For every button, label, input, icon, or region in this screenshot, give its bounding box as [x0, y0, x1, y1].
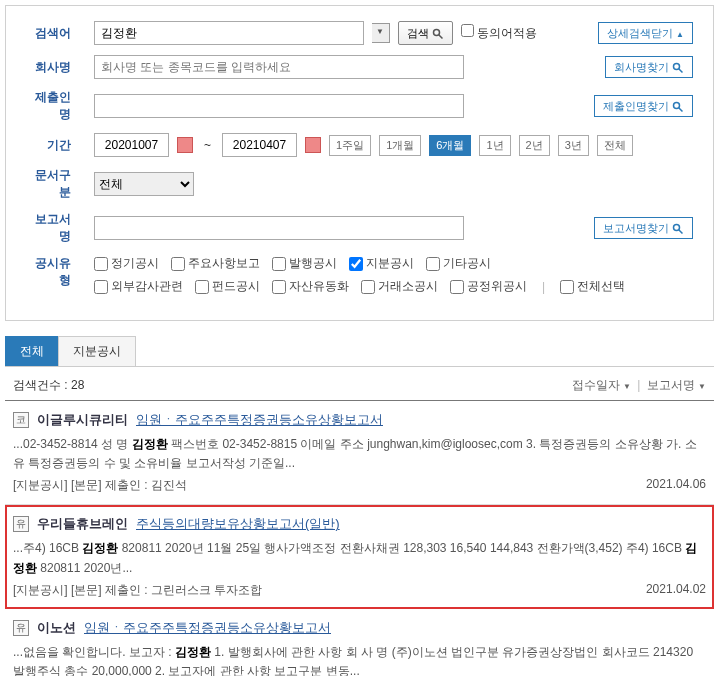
snippet: ...02-3452-8814 성 명 김정환 팩스번호 02-3452-881… [13, 435, 706, 473]
svg-point-0 [434, 29, 440, 35]
chevron-up-icon: ▲ [676, 30, 684, 39]
document-title-link[interactable]: 임원ㆍ주요주주특정증권등소유상황보고서 [136, 411, 383, 429]
search-icon [672, 62, 684, 74]
meta-info: [지분공시] [본문] 제출인 : 김진석 [13, 477, 187, 494]
disc-asset[interactable]: 자산유동화 [272, 278, 349, 295]
sort-date[interactable]: 접수일자 ▼ [572, 378, 631, 392]
market-badge: 유 [13, 620, 29, 636]
company-input[interactable] [94, 55, 464, 79]
keyword-label: 검색어 [26, 25, 86, 42]
svg-line-1 [439, 34, 443, 38]
calendar-icon[interactable] [177, 137, 193, 153]
disc-exchange[interactable]: 거래소공시 [361, 278, 438, 295]
disc-audit[interactable]: 외부감사관련 [94, 278, 183, 295]
search-button[interactable]: 검색 [398, 21, 453, 45]
tab-equity[interactable]: 지분공시 [58, 336, 136, 366]
sort-desc-icon: ▼ [698, 382, 706, 391]
svg-line-7 [679, 229, 683, 233]
disctype-label: 공시유형 [26, 255, 86, 289]
period-all[interactable]: 전체 [597, 135, 633, 156]
disc-other[interactable]: 기타공시 [426, 255, 491, 272]
svg-point-2 [674, 63, 680, 69]
disc-issue[interactable]: 발행공시 [272, 255, 337, 272]
sort-desc-icon: ▼ [623, 382, 631, 391]
market-badge: 유 [13, 516, 29, 532]
period-1year[interactable]: 1년 [479, 135, 510, 156]
doctype-select[interactable]: 전체 [94, 172, 194, 196]
disc-fund[interactable]: 펀드공시 [195, 278, 260, 295]
keyword-input[interactable] [94, 21, 364, 45]
result-item: 유 우리들휴브레인 주식등의대량보유상황보고서(일반) ...주4) 16CB … [5, 505, 714, 608]
submitter-find-button[interactable]: 제출인명찾기 [594, 95, 693, 117]
market-badge: 코 [13, 412, 29, 428]
disc-selectall[interactable]: 전체선택 [560, 278, 625, 295]
sort-report[interactable]: 보고서명 ▼ [647, 378, 706, 392]
company-find-button[interactable]: 회사명찾기 [605, 56, 693, 78]
company-name[interactable]: 우리들휴브레인 [37, 515, 128, 533]
period-1week[interactable]: 1주일 [329, 135, 371, 156]
company-label: 회사명 [26, 59, 86, 76]
disc-periodic[interactable]: 정기공시 [94, 255, 159, 272]
keyword-dropdown-icon[interactable] [372, 23, 390, 43]
document-title-link[interactable]: 주식등의대량보유상황보고서(일반) [136, 515, 340, 533]
snippet: ...없음을 확인합니다. 보고자 : 김정환 1. 발행회사에 관한 사항 회… [13, 643, 706, 676]
result-item: 코 이글루시큐리티 임원ㆍ주요주주특정증권등소유상황보고서 ...02-3452… [5, 401, 714, 505]
period-3year[interactable]: 3년 [558, 135, 589, 156]
svg-line-3 [679, 68, 683, 72]
submitter-label: 제출인명 [26, 89, 86, 123]
svg-line-5 [679, 107, 683, 111]
filing-date: 2021.04.02 [646, 582, 706, 599]
svg-point-6 [674, 224, 680, 230]
advanced-toggle-button[interactable]: 상세검색닫기 ▲ [598, 22, 693, 44]
search-panel: 검색어 검색 동의어적용 상세검색닫기 ▲ 회사명 회사명찾기 제출인명 제출인… [5, 5, 714, 321]
search-icon [672, 223, 684, 235]
meta-info: [지분공시] [본문] 제출인 : 그린러스크 투자조합 [13, 582, 262, 599]
result-item: 유 이노션 임원ㆍ주요주주특정증권등소유상황보고서 ...없음을 확인합니다. … [5, 609, 714, 676]
period-1month[interactable]: 1개월 [379, 135, 421, 156]
company-name[interactable]: 이노션 [37, 619, 76, 637]
synonym-checkbox[interactable] [461, 24, 474, 37]
synonym-checkbox-label[interactable]: 동의어적용 [461, 24, 537, 42]
result-header: 검색건수 : 28 접수일자 ▼ | 보고서명 ▼ [5, 367, 714, 401]
svg-point-4 [674, 102, 680, 108]
search-icon [672, 101, 684, 113]
disc-ftc[interactable]: 공정위공시 [450, 278, 527, 295]
report-find-button[interactable]: 보고서명찾기 [594, 217, 693, 239]
report-input[interactable] [94, 216, 464, 240]
result-count: 검색건수 : 28 [13, 377, 84, 394]
date-to-input[interactable] [222, 133, 297, 157]
period-2year[interactable]: 2년 [519, 135, 550, 156]
snippet: ...주4) 16CB 김정환 820811 2020년 11월 25일 행사가… [13, 539, 706, 577]
tab-all[interactable]: 전체 [5, 336, 59, 366]
document-title-link[interactable]: 임원ㆍ주요주주특정증권등소유상황보고서 [84, 619, 331, 637]
filing-date: 2021.04.06 [646, 477, 706, 494]
disc-major[interactable]: 주요사항보고 [171, 255, 260, 272]
date-dash: ~ [201, 138, 214, 152]
report-label: 보고서명 [26, 211, 86, 245]
calendar-icon[interactable] [305, 137, 321, 153]
doctype-label: 문서구분 [26, 167, 86, 201]
period-label: 기간 [26, 137, 86, 154]
disc-equity[interactable]: 지분공시 [349, 255, 414, 272]
company-name[interactable]: 이글루시큐리티 [37, 411, 128, 429]
date-from-input[interactable] [94, 133, 169, 157]
result-tabs: 전체 지분공시 [5, 336, 714, 367]
submitter-input[interactable] [94, 94, 464, 118]
search-icon [432, 28, 444, 40]
period-6month[interactable]: 6개월 [429, 135, 471, 156]
